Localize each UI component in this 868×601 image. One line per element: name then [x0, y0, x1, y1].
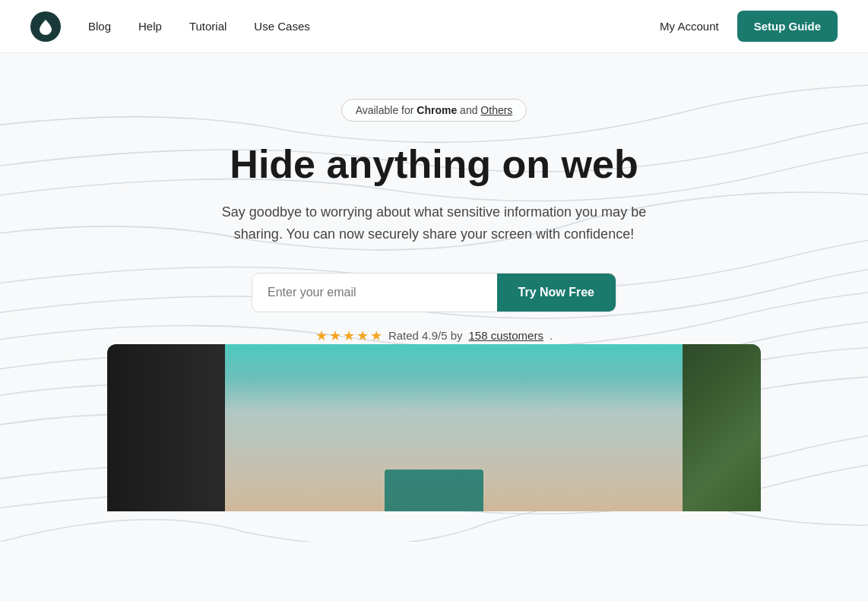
nav-tutorial[interactable]: Tutorial [189, 20, 227, 33]
rating-customers-link[interactable]: 158 customers [469, 329, 543, 342]
nav-use-cases[interactable]: Use Cases [254, 20, 309, 33]
star-4: ★ [356, 327, 369, 344]
try-now-button[interactable]: Try Now Free [497, 274, 616, 312]
navbar: Blog Help Tutorial Use Cases My Account … [0, 0, 868, 53]
nav-blog[interactable]: Blog [88, 20, 111, 33]
video-overlay-right [683, 344, 761, 511]
hero-content: Available for Chrome and Others Hide any… [214, 99, 654, 344]
star-5: ★ [370, 327, 382, 344]
my-account-link[interactable]: My Account [660, 20, 719, 33]
badge-prefix: Available for [356, 104, 417, 116]
video-overlay-left [107, 344, 225, 511]
rating-suffix: . [550, 329, 553, 342]
nav-help[interactable]: Help [138, 20, 162, 33]
badge-chrome: Chrome [417, 104, 457, 116]
badge-others[interactable]: Others [480, 104, 512, 116]
navbar-right: My Account Setup Guide [660, 11, 838, 42]
rating-row: ★ ★ ★ ★ ★ Rated 4.9/5 by 158 customers. [315, 327, 553, 344]
badge-connector: and [457, 104, 480, 116]
video-placeholder [107, 344, 761, 511]
hero-subtitle: Say goodbye to worrying about what sensi… [214, 201, 654, 245]
logo[interactable] [30, 11, 61, 42]
star-2: ★ [329, 327, 341, 344]
rating-text: Rated 4.9/5 by [388, 329, 463, 342]
video-screen-bottom [385, 470, 483, 511]
star-rating: ★ ★ ★ ★ ★ [315, 327, 382, 344]
hero-title: Hide anything on web [230, 143, 638, 186]
availability-badge: Available for Chrome and Others [341, 99, 527, 122]
email-form: Try Now Free [252, 273, 616, 312]
setup-guide-button[interactable]: Setup Guide [737, 11, 838, 42]
navbar-left: Blog Help Tutorial Use Cases [30, 11, 310, 42]
star-3: ★ [343, 327, 355, 344]
video-section[interactable] [107, 344, 761, 511]
droplet-icon [38, 18, 53, 35]
email-input[interactable] [252, 274, 497, 312]
hero-section: Available for Chrome and Others Hide any… [0, 53, 868, 542]
star-1: ★ [315, 327, 328, 344]
